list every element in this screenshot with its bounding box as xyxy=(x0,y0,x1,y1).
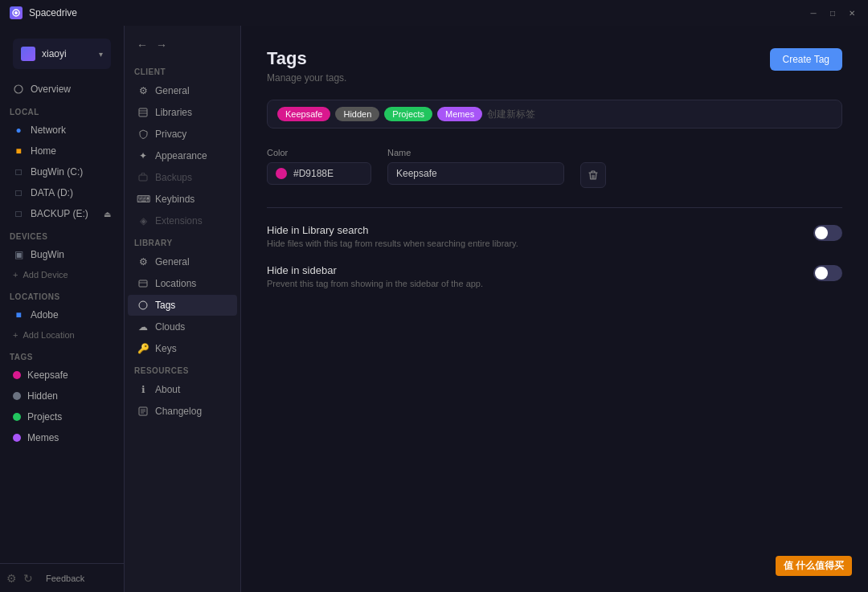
back-button[interactable]: ← xyxy=(134,37,150,53)
libraries-label: Libraries xyxy=(155,107,192,118)
nav-item-general-client[interactable]: ⚙ General xyxy=(128,80,237,101)
tag-pill-memes[interactable]: Memes xyxy=(437,107,482,121)
titlebar-left: Spacedrive xyxy=(10,6,77,19)
keepsafe-dot xyxy=(13,371,21,379)
minimize-button[interactable]: ─ xyxy=(807,6,820,19)
add-location-button[interactable]: + Add Location xyxy=(3,327,121,343)
tag-name-input[interactable] xyxy=(387,162,564,185)
maximize-button[interactable]: □ xyxy=(826,6,839,19)
add-device-button[interactable]: + Add Device xyxy=(3,267,121,283)
sidebar-item-overview[interactable]: Overview xyxy=(3,80,121,99)
keys-label: Keys xyxy=(155,343,177,354)
create-tag-button[interactable]: Create Tag xyxy=(770,48,842,71)
delete-tag-button[interactable] xyxy=(580,162,606,188)
tag-form-row: Color #D9188E Name xyxy=(267,148,842,188)
sidebar-bottom-bar: ⚙ ↻ Feedback xyxy=(0,563,124,592)
user-name: xiaoyi xyxy=(42,48,92,59)
sidebar-item-tag-memes[interactable]: Memes xyxy=(3,428,121,447)
svg-rect-6 xyxy=(139,175,147,181)
nav-item-backups[interactable]: Backups xyxy=(128,167,237,188)
home-label: Home xyxy=(31,145,56,157)
forward-button[interactable]: → xyxy=(154,37,170,53)
tags-input-row[interactable]: Keepsafe Hidden Projects Memes 创建新标签 xyxy=(267,100,842,129)
disk-e-icon: □ xyxy=(13,208,24,219)
app-body: xiaoyi ▾ Overview Local ● Network ■ Home… xyxy=(0,26,868,592)
nav-item-appearance[interactable]: ✦ Appearance xyxy=(128,145,237,166)
sidebar-item-tag-projects[interactable]: Projects xyxy=(3,407,121,427)
hide-sidebar-toggle[interactable] xyxy=(813,265,842,281)
hide-library-row: Hide in Library search Hide files with t… xyxy=(267,224,842,248)
sidebar-item-adobe[interactable]: ■ Adobe xyxy=(3,305,121,325)
nav-item-keybinds[interactable]: ⌨ Keybinds xyxy=(128,189,237,210)
keys-icon: 🔑 xyxy=(137,343,149,354)
titlebar: Spacedrive ─ □ ✕ xyxy=(0,0,868,26)
nav-item-keys[interactable]: 🔑 Keys xyxy=(128,338,237,359)
close-button[interactable]: ✕ xyxy=(845,6,858,19)
svg-rect-3 xyxy=(139,108,147,116)
hidden-tag-label: Hidden xyxy=(27,390,58,402)
hide-library-title: Hide in Library search xyxy=(267,224,813,236)
tag-pill-projects[interactable]: Projects xyxy=(384,107,432,121)
bugwin-device-label: BugWin xyxy=(31,249,64,260)
svg-point-1 xyxy=(14,11,18,14)
nav-item-clouds[interactable]: ☁ Clouds xyxy=(128,316,237,337)
page-header-text: Tags Manage your tags. xyxy=(267,48,346,84)
tag-pill-keepsafe[interactable]: Keepsafe xyxy=(277,107,330,121)
name-label: Name xyxy=(387,148,564,157)
resources-section-label: Resources xyxy=(125,360,240,378)
data-d-label: DATA (D:) xyxy=(31,187,73,198)
user-selector[interactable]: xiaoyi ▾ xyxy=(13,39,111,69)
general-library-label: General xyxy=(155,256,190,267)
sidebar-item-network[interactable]: ● Network xyxy=(3,120,121,140)
keepsafe-tag-label: Keepsafe xyxy=(27,369,68,381)
feedback-button[interactable]: Feedback xyxy=(46,574,84,583)
nav-item-tags[interactable]: Tags xyxy=(128,295,237,316)
changelog-label: Changelog xyxy=(155,406,202,417)
locations-nav-icon xyxy=(137,278,149,289)
app-title: Spacedrive xyxy=(29,7,77,18)
sidebar-item-data-d[interactable]: □ DATA (D:) xyxy=(3,183,121,202)
general-library-icon: ⚙ xyxy=(137,256,149,267)
hidden-dot xyxy=(13,392,21,400)
locations-section-label: Locations xyxy=(0,284,124,304)
network-label: Network xyxy=(31,125,66,136)
page-header: Tags Manage your tags. Create Tag xyxy=(267,48,842,84)
library-section-label: Library xyxy=(125,232,240,251)
sync-icon[interactable]: ↻ xyxy=(23,572,33,585)
home-icon: ■ xyxy=(13,145,24,157)
nav-item-libraries[interactable]: Libraries xyxy=(128,102,237,123)
hide-library-desc: Hide files with this tag from results wh… xyxy=(267,239,813,248)
device-icon: ▣ xyxy=(13,249,24,260)
add-device-icon: + xyxy=(13,270,18,280)
nav-item-about[interactable]: ℹ About xyxy=(128,379,237,400)
devices-section-label: Devices xyxy=(0,224,124,244)
hide-sidebar-desc: Prevent this tag from showing in the sid… xyxy=(267,279,813,288)
adobe-label: Adobe xyxy=(31,309,59,320)
appearance-icon: ✦ xyxy=(137,150,149,161)
nav-item-privacy[interactable]: Privacy xyxy=(128,124,237,145)
backups-icon xyxy=(137,172,149,183)
client-section-label: Client xyxy=(125,61,240,80)
sidebar-item-tag-keepsafe[interactable]: Keepsafe xyxy=(3,365,121,385)
hide-library-toggle[interactable] xyxy=(813,225,842,241)
nav-item-extensions[interactable]: ◈ Extensions xyxy=(128,210,237,231)
nav-panel: ← → Client ⚙ General Libraries Privacy ✦… xyxy=(125,26,241,592)
sidebar-item-tag-hidden[interactable]: Hidden xyxy=(3,386,121,406)
sidebar-item-bugwin-c[interactable]: □ BugWin (C:) xyxy=(3,162,121,182)
disk-d-icon: □ xyxy=(13,187,24,198)
bugwin-c-label: BugWin (C:) xyxy=(31,166,83,178)
adobe-icon: ■ xyxy=(13,309,24,320)
window-controls: ─ □ ✕ xyxy=(807,6,858,19)
add-location-label: Add Location xyxy=(23,330,74,340)
tag-pill-hidden[interactable]: Hidden xyxy=(335,107,379,121)
color-input[interactable]: #D9188E xyxy=(267,162,371,185)
nav-item-general-library[interactable]: ⚙ General xyxy=(128,251,237,272)
locations-nav-label: Locations xyxy=(155,278,196,289)
sidebar-item-backup-e[interactable]: □ BACKUP (E:) ⏏ xyxy=(3,204,121,223)
sidebar-item-home[interactable]: ■ Home xyxy=(3,141,121,161)
nav-item-changelog[interactable]: Changelog xyxy=(128,401,237,422)
nav-item-locations[interactable]: Locations xyxy=(128,273,237,294)
settings-icon[interactable]: ⚙ xyxy=(6,572,17,585)
sidebar-item-bugwin-device[interactable]: ▣ BugWin xyxy=(3,245,121,264)
local-section-label: Local xyxy=(0,100,124,120)
